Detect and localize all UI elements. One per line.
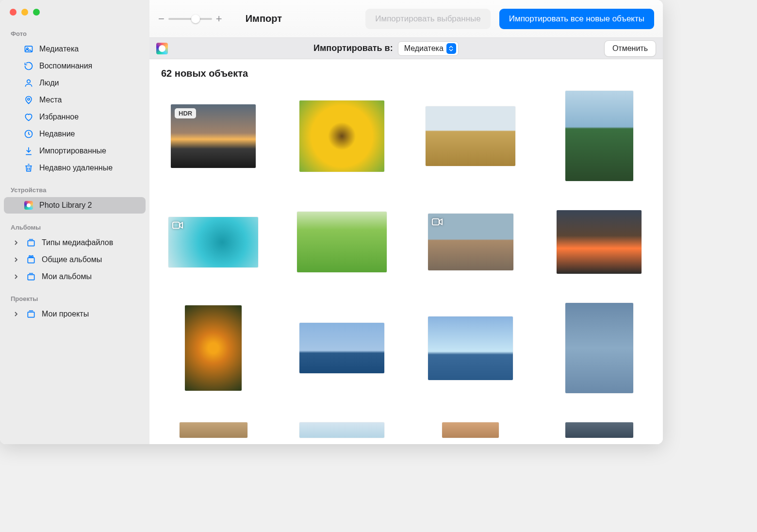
places-icon [23, 95, 34, 105]
svg-point-7 [29, 256, 31, 257]
thumbnail-image [185, 305, 242, 391]
favorites-icon [23, 112, 34, 122]
svg-rect-6 [28, 258, 34, 263]
photos-app-icon [156, 43, 168, 54]
photo-thumbnail[interactable] [428, 214, 513, 270]
cancel-button[interactable]: Отменить [604, 40, 656, 57]
photo-thumbnail[interactable] [565, 422, 633, 438]
thumbnail-image [299, 323, 384, 373]
sidebar-item-label: Медиатека [39, 45, 79, 53]
sidebar-item-label: Photo Library 2 [39, 201, 92, 210]
sidebar-item-places[interactable]: Места [4, 92, 146, 108]
sidebar-item-album[interactable]: Мои альбомы [4, 268, 146, 285]
svg-rect-11 [173, 222, 180, 228]
photo-thumbnail[interactable] [557, 210, 642, 274]
sidebar-item-memories[interactable]: Воспоминания [4, 58, 146, 74]
thumbnail-grid: HDR [161, 91, 651, 438]
thumbnail-image [565, 91, 633, 181]
main-area: − + Импорт Импортировать выбранные Импор… [149, 0, 663, 444]
window-controls [0, 9, 149, 27]
chevron-right-icon[interactable] [13, 240, 19, 246]
thumbnail-image [297, 212, 387, 272]
zoom-out-icon[interactable]: − [158, 13, 165, 25]
zoom-in-icon[interactable]: + [216, 13, 222, 25]
imports-icon [23, 146, 34, 156]
photo-thumbnail[interactable] [565, 91, 633, 181]
import-selected-button[interactable]: Импортировать выбранные [365, 9, 490, 29]
new-items-heading: 62 новых объекта [161, 68, 651, 79]
svg-rect-9 [28, 275, 34, 280]
thumbnail-image [442, 422, 499, 438]
sidebar-item-label: Люди [39, 79, 59, 87]
sidebar-section-albums: Альбомы [0, 221, 149, 234]
photo-thumbnail[interactable] [168, 217, 258, 267]
svg-rect-10 [28, 312, 34, 317]
import-destination-value: Медиатека [404, 44, 444, 53]
sidebar-item-album[interactable]: Мои проекты [4, 306, 146, 322]
sidebar-item-label: Недавно удаленные [39, 164, 113, 172]
zoom-track[interactable] [168, 18, 212, 20]
photo-thumbnail[interactable] [297, 212, 387, 272]
content-scroll[interactable]: 62 новых объекта HDR [149, 59, 663, 444]
sidebar-item-library[interactable]: Медиатека [4, 41, 146, 57]
album-icon [26, 271, 36, 282]
sidebar-section-projects: Проекты [0, 292, 149, 305]
sidebar-item-imports[interactable]: Импортированные [4, 143, 146, 159]
close-window-button[interactable] [10, 9, 16, 16]
library-icon [23, 44, 34, 54]
import-destination-select[interactable]: Медиатека [398, 41, 459, 56]
app-window: Фото МедиатекаВоспоминанияЛюдиМестаИзбра… [0, 0, 663, 444]
sidebar-item-label: Импортированные [39, 147, 106, 155]
photo-thumbnail[interactable] [299, 422, 384, 438]
memories-icon [23, 61, 34, 71]
sidebar-item-album[interactable]: Типы медиафайлов [4, 234, 146, 251]
app-icon [23, 200, 34, 211]
chevron-right-icon[interactable] [13, 274, 19, 280]
import-destination-bar: Импортировать в: Медиатека Отменить [149, 38, 663, 59]
sidebar-item-label: Общие альбомы [42, 255, 102, 264]
svg-point-3 [28, 98, 30, 100]
photo-thumbnail[interactable] [180, 422, 247, 438]
photo-thumbnail[interactable] [426, 106, 515, 166]
thumbnail-image [299, 100, 384, 172]
sidebar-item-app[interactable]: Photo Library 2 [4, 197, 146, 214]
sidebar-section-photos: Фото [0, 27, 149, 40]
photo-thumbnail[interactable] [299, 100, 384, 172]
people-icon [23, 78, 34, 88]
photo-thumbnail[interactable] [565, 303, 633, 393]
sidebar-item-trash[interactable]: Недавно удаленные [4, 160, 146, 176]
sidebar-item-label: Места [39, 96, 62, 104]
photo-thumbnail[interactable]: HDR [171, 104, 256, 168]
sidebar-item-label: Недавние [39, 130, 75, 138]
fullscreen-window-button[interactable] [33, 9, 40, 16]
thumbnail-image [557, 210, 642, 274]
photo-thumbnail[interactable] [185, 305, 242, 391]
import-all-button[interactable]: Импортировать все новые объекты [499, 9, 654, 29]
sidebar: Фото МедиатекаВоспоминанияЛюдиМестаИзбра… [0, 0, 149, 444]
import-to-label: Импортировать в: [313, 43, 393, 53]
thumbnail-image [565, 422, 633, 438]
photo-thumbnail[interactable] [428, 316, 513, 380]
minimize-window-button[interactable] [21, 9, 28, 16]
svg-point-2 [27, 80, 31, 83]
recents-icon [23, 129, 34, 139]
sidebar-item-favorites[interactable]: Избранное [4, 109, 146, 125]
select-stepper-icon [446, 43, 456, 54]
chevron-right-icon[interactable] [13, 257, 19, 263]
sidebar-item-label: Избранное [39, 113, 79, 121]
sidebar-item-people[interactable]: Люди [4, 75, 146, 91]
photo-thumbnail[interactable] [299, 323, 384, 373]
sidebar-item-label: Мои альбомы [42, 272, 92, 281]
thumbnail-image [428, 316, 513, 380]
zoom-slider[interactable]: − + [158, 13, 222, 25]
toolbar: − + Импорт Импортировать выбранные Импор… [149, 0, 663, 38]
video-badge-icon [432, 217, 443, 226]
thumbnail-image [426, 106, 515, 166]
zoom-knob[interactable] [191, 15, 200, 23]
sidebar-item-recents[interactable]: Недавние [4, 126, 146, 142]
hdr-badge: HDR [175, 108, 196, 118]
photo-thumbnail[interactable] [442, 422, 499, 438]
chevron-right-icon[interactable] [13, 311, 19, 317]
sidebar-item-shared[interactable]: Общие альбомы [4, 251, 146, 268]
page-title: Импорт [246, 13, 282, 24]
